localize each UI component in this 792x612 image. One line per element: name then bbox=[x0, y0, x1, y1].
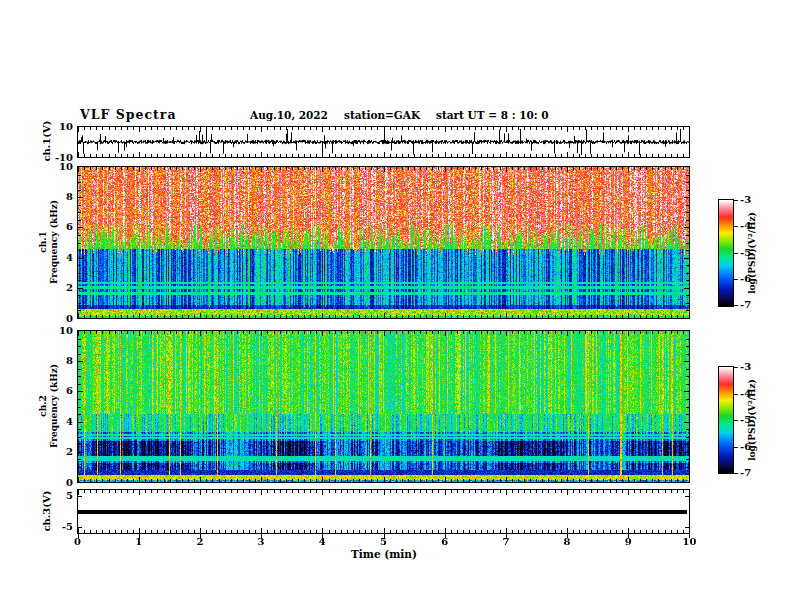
ch2-frequency-axis-label: ch.2 Frequency (kHz) bbox=[38, 364, 59, 448]
ch2-spec-ytick-label: 8 bbox=[66, 355, 73, 367]
colorbar-ch1 bbox=[718, 199, 734, 307]
colorbar-ch1-tick-label: -5 bbox=[740, 247, 751, 259]
x-tick-label: 10 bbox=[683, 536, 697, 548]
ch1-spec-ytick-label: 6 bbox=[66, 221, 73, 233]
ch3-ytick-label: -5 bbox=[62, 521, 73, 533]
colorbar-ch1-tick-label: -7 bbox=[740, 299, 751, 311]
ch1-spec-ytick-label: 8 bbox=[66, 191, 73, 203]
colorbar-tick bbox=[734, 200, 738, 201]
ch1-frequency-axis-label: ch.1 Frequency (kHz) bbox=[38, 200, 59, 284]
ch1-frequency-axis-unit: Frequency (kHz) bbox=[48, 200, 59, 284]
colorbar-tick bbox=[734, 447, 738, 448]
ch2-spec-ytick-label: 10 bbox=[59, 325, 73, 337]
x-tick-label: 7 bbox=[502, 536, 509, 548]
ch1-frequency-axis-channel: ch.1 bbox=[38, 200, 49, 284]
start-ut-label: start UT = 8 : 10: 0 bbox=[436, 109, 549, 121]
ch2-spec-ytick-label: 2 bbox=[66, 446, 73, 458]
x-tick-label: 3 bbox=[258, 536, 265, 548]
ch2-frequency-axis-unit: Frequency (kHz) bbox=[48, 364, 59, 448]
ch2-spec-ytick-label: 0 bbox=[66, 477, 73, 489]
ch1-wave-ytick-label: 10 bbox=[59, 121, 73, 133]
ch3-voltage-axis-label: ch.3(V) bbox=[42, 490, 53, 531]
colorbar-tick bbox=[734, 305, 738, 306]
ch1-waveform-panel bbox=[77, 126, 690, 158]
x-tick-label: 6 bbox=[441, 536, 448, 548]
colorbar-ch1-tick-label: -3 bbox=[740, 194, 751, 206]
colorbar-ch2 bbox=[718, 366, 734, 474]
x-tick-label: 4 bbox=[319, 536, 326, 548]
colorbar-tick bbox=[734, 394, 738, 395]
colorbar-ch1-tick-label: -4 bbox=[740, 220, 751, 232]
x-tick-label: 2 bbox=[196, 536, 203, 548]
ch1-spec-ytick-label: 10 bbox=[59, 161, 73, 173]
ch3-ytick-label: 5 bbox=[66, 490, 73, 502]
colorbar-tick bbox=[734, 473, 738, 474]
x-tick-label: 1 bbox=[135, 536, 142, 548]
colorbar-tick bbox=[734, 279, 738, 280]
colorbar-ch2-tick-label: -6 bbox=[740, 441, 751, 453]
ch2-spec-ytick-label: 6 bbox=[66, 385, 73, 397]
colorbar-tick bbox=[734, 367, 738, 368]
station-label: station=GAK bbox=[344, 109, 420, 121]
ch1-spectrogram-panel bbox=[77, 166, 690, 319]
ch1-spec-ytick-label: 2 bbox=[66, 282, 73, 294]
colorbar-tick bbox=[734, 226, 738, 227]
x-tick-label: 5 bbox=[380, 536, 387, 548]
ch1-spec-ytick-label: 0 bbox=[66, 313, 73, 325]
ch1-spec-ytick-label: 4 bbox=[66, 252, 73, 264]
colorbar-ch2-tick-label: -4 bbox=[740, 388, 751, 400]
ch3-panel bbox=[77, 489, 690, 539]
date-label: Aug.10, 2022 bbox=[250, 109, 328, 121]
colorbar-tick bbox=[734, 253, 738, 254]
x-tick-label: 8 bbox=[564, 536, 571, 548]
colorbar-ch1-tick-label: -6 bbox=[740, 273, 751, 285]
vlf-spectra-figure: VLF Spectra Aug.10, 2022 station=GAK sta… bbox=[0, 0, 792, 612]
colorbar-ch2-tick-label: -7 bbox=[740, 467, 751, 479]
ch2-spec-ytick-label: 4 bbox=[66, 416, 73, 428]
figure-title: VLF Spectra bbox=[80, 107, 177, 122]
colorbar-ch2-tick-label: -3 bbox=[740, 361, 751, 373]
ch2-spectrogram-panel bbox=[77, 330, 690, 483]
colorbar-tick bbox=[734, 420, 738, 421]
time-axis-label: Time (min) bbox=[351, 548, 417, 560]
x-tick-label: 0 bbox=[74, 536, 81, 548]
ch2-frequency-axis-channel: ch.2 bbox=[38, 364, 49, 448]
colorbar-ch2-tick-label: -5 bbox=[740, 414, 751, 426]
x-tick-label: 9 bbox=[625, 536, 632, 548]
ch1-voltage-axis-label: ch.1(V) bbox=[42, 120, 53, 161]
